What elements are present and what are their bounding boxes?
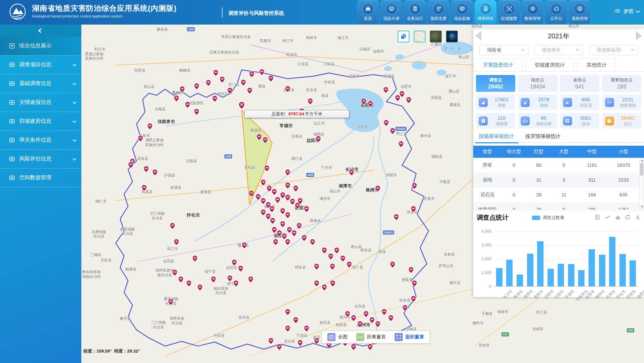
nav-item-业务运行[interactable]: 业务运行 — [404, 0, 426, 24]
hazard-pin-icon[interactable] — [313, 280, 320, 288]
measure-button-距离量算[interactable]: 距离量算 — [356, 333, 386, 341]
sidebar-item-综合信息展示[interactable]: 综合信息展示 — [0, 37, 81, 56]
hazard-pin-icon[interactable] — [213, 69, 219, 77]
region-select-0[interactable]: 湖南省 — [479, 45, 528, 55]
bar-怀化市[interactable] — [609, 237, 615, 287]
hazard-pin-icon[interactable] — [285, 169, 291, 177]
bar-郴州市[interactable] — [589, 249, 595, 287]
hazard-pin-icon[interactable] — [297, 197, 304, 206]
table-scrollbar[interactable] — [639, 158, 644, 210]
hazard-pin-icon[interactable] — [211, 95, 218, 103]
hazard-pin-icon[interactable] — [411, 182, 418, 190]
hazard-pin-icon[interactable] — [185, 101, 191, 109]
type-card-地裂缝[interactable]: 110地裂缝 — [476, 113, 515, 129]
bar-长沙市[interactable] — [496, 268, 502, 287]
hazard-pin-icon[interactable] — [303, 325, 310, 333]
hazard-pin-icon[interactable] — [402, 304, 408, 313]
sidebar-collapse-button[interactable] — [0, 25, 81, 37]
nav-item-调查评价[interactable]: 调查评价 — [475, 0, 496, 24]
hazard-pin-icon[interactable] — [393, 214, 400, 222]
measure-button-全图[interactable]: 全图 — [327, 333, 348, 341]
hazard-pin-icon[interactable] — [259, 69, 265, 77]
nav-item-首页[interactable]: 首页 — [357, 0, 379, 24]
bar-永州市[interactable] — [599, 255, 605, 287]
hazard-pin-icon[interactable] — [361, 98, 367, 106]
hazard-pin-icon[interactable] — [227, 275, 233, 283]
satellite-thumbnail[interactable] — [430, 31, 442, 42]
hazard-pin-icon[interactable] — [285, 325, 291, 333]
nav-item-综合监测[interactable]: 综合监测 — [451, 0, 473, 24]
hazard-pin-icon[interactable] — [210, 276, 217, 284]
table-row[interactable]: 崩塌03133112233 — [473, 173, 639, 187]
summary-card-重要隐患点[interactable]: 重要隐患点183 — [602, 75, 641, 92]
hazard-pin-icon[interactable] — [256, 134, 262, 142]
bar-娄底市[interactable] — [619, 254, 626, 287]
hazard-pin-icon[interactable] — [186, 280, 192, 288]
table-row[interactable]: 地面塌陷07592951752 — [473, 202, 639, 210]
hazard-pin-icon[interactable] — [173, 95, 179, 103]
hazard-pin-icon[interactable] — [285, 182, 291, 190]
hazard-pin-icon[interactable] — [375, 321, 381, 329]
hazard-pin-icon[interactable] — [264, 165, 270, 173]
hazard-pin-icon[interactable] — [260, 179, 266, 187]
next-year-button[interactable] — [636, 31, 642, 40]
hazard-pin-icon[interactable] — [363, 311, 369, 319]
hazard-pin-icon[interactable] — [171, 269, 178, 277]
username[interactable]: 梦图 — [623, 8, 634, 15]
hazard-pin-icon[interactable] — [408, 266, 414, 275]
summary-card-调查点[interactable]: 调查点28462 — [476, 75, 515, 92]
hazard-pin-icon[interactable] — [389, 128, 396, 136]
hazard-pin-icon[interactable] — [399, 90, 405, 99]
sidebar-item-空间数据管理[interactable]: 空间数据管理 — [0, 169, 81, 187]
hazard-pin-icon[interactable] — [292, 185, 299, 193]
hazard-pin-icon[interactable] — [227, 87, 233, 95]
hazard-pin-icon[interactable] — [168, 298, 174, 306]
chevron-down-icon[interactable] — [636, 9, 640, 13]
hazard-pin-icon[interactable] — [248, 190, 254, 198]
sidebar-item-灾情速报信息[interactable]: 灾情速报信息 — [0, 93, 81, 112]
hazard-pin-icon[interactable] — [297, 339, 304, 348]
bar-湘西州[interactable] — [630, 260, 636, 287]
hazard-pin-icon[interactable] — [410, 295, 416, 303]
hazard-pin-icon[interactable] — [194, 108, 200, 116]
hazard-pin-icon[interactable] — [348, 169, 355, 177]
hazard-pin-icon[interactable] — [296, 222, 302, 230]
hazard-pin-icon[interactable] — [406, 97, 412, 105]
hazard-pin-icon[interactable] — [194, 83, 200, 91]
refresh-icon[interactable] — [625, 214, 631, 221]
bar-张家界市[interactable] — [568, 264, 574, 287]
hazard-pin-icon[interactable] — [327, 253, 334, 261]
bar-湘潭市[interactable] — [517, 275, 523, 287]
tab-灾害隐患统计[interactable]: 灾害隐患统计 — [474, 59, 522, 71]
hazard-pin-icon[interactable] — [249, 71, 255, 79]
previous-year-button[interactable] — [475, 31, 481, 40]
tab-切坡建房统计[interactable]: 切坡建房统计 — [526, 59, 574, 71]
hazard-pin-icon[interactable] — [270, 217, 276, 225]
hazard-pin-icon[interactable] — [315, 136, 321, 144]
nav-item-数据管理[interactable]: 数据管理 — [522, 0, 544, 24]
sidebar-item-调查项目信息[interactable]: 调查项目信息 — [0, 56, 81, 74]
type-card-崩塌[interactable]: 2578崩塌 — [518, 95, 557, 110]
hazard-pin-icon[interactable] — [313, 263, 320, 271]
hazard-pin-icon[interactable] — [219, 76, 225, 84]
hazard-pin-icon[interactable] — [233, 280, 239, 288]
hazard-pin-icon[interactable] — [340, 255, 346, 263]
eye-icon[interactable] — [614, 8, 621, 15]
hazard-pin-icon[interactable] — [329, 263, 335, 271]
type-card-其他[interactable]: 5001其他 — [560, 113, 599, 129]
hazard-pin-icon[interactable] — [137, 135, 144, 143]
hazard-pin-icon[interactable] — [357, 321, 363, 329]
bar-岳阳市[interactable] — [548, 269, 554, 287]
hazard-pin-icon[interactable] — [262, 137, 269, 145]
hazard-pin-icon[interactable] — [268, 337, 274, 346]
hazard-pin-icon[interactable] — [280, 221, 286, 229]
summary-card-速报点[interactable]: 速报点541 — [560, 75, 599, 92]
user-area[interactable]: 梦图 — [614, 8, 639, 15]
nav-item-区域预警[interactable]: 区域预警 — [498, 0, 520, 24]
hazard-pin-icon[interactable] — [197, 284, 203, 292]
hazard-pin-icon[interactable] — [271, 188, 278, 196]
nav-item-云平台[interactable]: 云平台 — [545, 0, 567, 24]
hazard-pin-icon[interactable] — [321, 247, 328, 255]
nav-item-指挥支撑[interactable]: 指挥支撑 — [428, 0, 449, 24]
bar-益阳市[interactable] — [578, 270, 585, 287]
